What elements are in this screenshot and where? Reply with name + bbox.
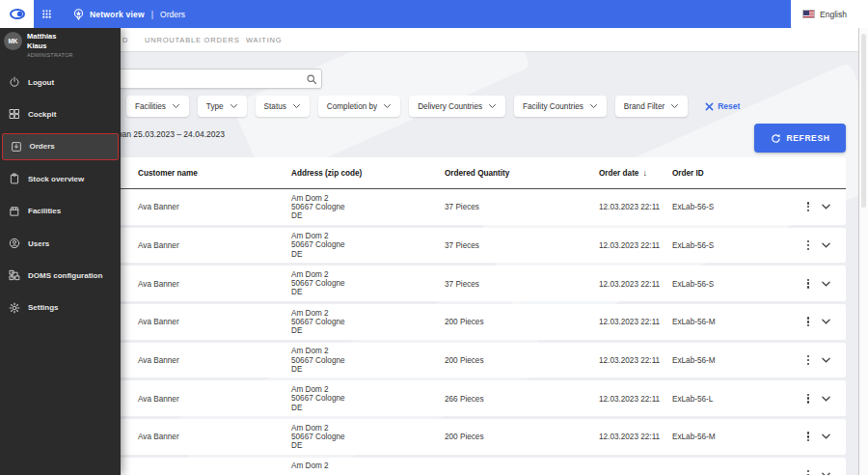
customer-name-cell: Ava Banner bbox=[138, 279, 179, 288]
filter-chip-type[interactable]: Type bbox=[198, 96, 247, 117]
row-actions-kebab-icon[interactable] bbox=[803, 277, 813, 291]
breadcrumb: Network view | Orders bbox=[72, 0, 185, 28]
ordered-quantity-cell: 200 Pieces bbox=[445, 356, 484, 365]
reset-filters-button[interactable]: Reset bbox=[705, 101, 740, 111]
table-row[interactable]: Ava BannerAm Dom 250667 CologneDE200 Pie… bbox=[121, 343, 846, 378]
table-row[interactable]: Ava BannerAm Dom 250667 CologneDE200 Pie… bbox=[121, 304, 846, 340]
order-id-cell: ExLab-56-M bbox=[672, 433, 716, 441]
sidebar-item-logout[interactable]: Logout bbox=[0, 69, 121, 96]
customer-name-cell: Ava Banner bbox=[138, 433, 179, 441]
table-row[interactable]: Ava BannerAm Dom 250667 CologneDE37 Piec… bbox=[121, 228, 846, 264]
tab-waiting[interactable]: WAITING bbox=[246, 28, 282, 52]
row-expand-chevron-icon[interactable] bbox=[821, 433, 831, 441]
sidebar-item-label: Users bbox=[28, 239, 49, 248]
ordered-quantity-cell: 200 Pieces bbox=[445, 318, 484, 326]
row-actions-kebab-icon[interactable] bbox=[803, 468, 813, 475]
order-date-cell: 12.03.2023 22:11 bbox=[599, 203, 660, 211]
ordered-quantity-cell: 200 Pieces bbox=[445, 433, 484, 441]
chevron-down-icon bbox=[230, 102, 238, 110]
orders-page: FacilitiesTypeStatusCompletion byDeliver… bbox=[0, 0, 868, 475]
table-row[interactable]: Am Dom 2 bbox=[121, 458, 846, 475]
language-label: English bbox=[820, 10, 847, 19]
column-header-order-id[interactable]: Order ID bbox=[672, 169, 704, 178]
row-expand-chevron-icon[interactable] bbox=[821, 356, 831, 365]
order-id-cell: ExLab-56-L bbox=[672, 394, 713, 403]
ordered-quantity-cell: 37 Pieces bbox=[445, 203, 479, 211]
filter-chip-row: FacilitiesTypeStatusCompletion byDeliver… bbox=[121, 96, 740, 117]
language-selector[interactable]: English bbox=[802, 0, 847, 28]
chevron-down-icon bbox=[383, 102, 392, 110]
sidebar-item-label: Orders bbox=[30, 142, 55, 151]
order-id-cell: ExLab-56-S bbox=[672, 279, 714, 288]
row-actions-kebab-icon[interactable] bbox=[803, 315, 813, 328]
close-icon bbox=[705, 102, 714, 111]
refresh-button[interactable]: REFRESH bbox=[754, 124, 846, 153]
tab-d[interactable]: D bbox=[122, 28, 128, 52]
column-header-order-date[interactable]: Order date↓ bbox=[599, 168, 647, 178]
order-id-cell: ExLab-56-S bbox=[672, 240, 714, 249]
us-flag-icon bbox=[802, 10, 815, 18]
row-expand-chevron-icon[interactable] bbox=[821, 240, 831, 249]
vertical-scrollbar[interactable] bbox=[858, 28, 868, 475]
sidebar-item-label: DOMS configuration bbox=[28, 271, 102, 280]
row-expand-chevron-icon[interactable] bbox=[821, 203, 831, 211]
chevron-down-icon bbox=[292, 102, 301, 110]
address-cell: Am Dom 250667 CologneDE bbox=[291, 194, 345, 221]
page-title: Orders bbox=[160, 10, 185, 19]
filter-chip-facility-countries[interactable]: Facility Countries bbox=[514, 96, 607, 117]
sidebar-item-cockpit[interactable]: Cockpit bbox=[0, 100, 121, 127]
orders-table: Customer name Address (zip code) Ordered… bbox=[121, 157, 846, 475]
user-role: ADMINISTRATOR bbox=[27, 52, 73, 58]
search-box[interactable] bbox=[121, 69, 322, 89]
sidebar-item-orders[interactable]: Orders bbox=[2, 133, 119, 160]
row-expand-chevron-icon[interactable] bbox=[821, 279, 831, 288]
row-actions-kebab-icon[interactable] bbox=[803, 353, 813, 367]
hierarchy-icon bbox=[9, 269, 20, 281]
column-header-ordered-quantity[interactable]: Ordered Quantity bbox=[445, 169, 509, 178]
filter-chip-label: Facility Countries bbox=[523, 102, 583, 111]
scrollbar-thumb[interactable] bbox=[861, 34, 866, 208]
clipboard-icon bbox=[9, 173, 20, 184]
filter-chip-completion-by[interactable]: Completion by bbox=[318, 96, 400, 117]
sort-descending-icon[interactable]: ↓ bbox=[642, 168, 647, 178]
sidebar-item-facilities[interactable]: Facilities bbox=[0, 198, 121, 225]
filter-chip-status[interactable]: Status bbox=[256, 96, 310, 117]
row-expand-chevron-icon[interactable] bbox=[821, 394, 831, 403]
dashboard-icon bbox=[9, 108, 20, 120]
table-row[interactable]: Ava BannerAm Dom 250667 CologneDE266 Pie… bbox=[121, 380, 846, 416]
filter-chip-delivery-countries[interactable]: Delivery Countries bbox=[409, 96, 505, 117]
address-cell: Am Dom 250667 CologneDE bbox=[291, 309, 345, 336]
table-header-row: Customer name Address (zip code) Ordered… bbox=[121, 157, 846, 189]
tab-unroutable-orders[interactable]: UNROUTABLE ORDERS bbox=[145, 28, 239, 52]
refresh-label: REFRESH bbox=[787, 133, 830, 143]
sidebar-item-users[interactable]: Users bbox=[0, 230, 121, 257]
sidebar-item-label: Facilities bbox=[28, 207, 61, 215]
search-icon[interactable] bbox=[302, 73, 321, 85]
search-input[interactable] bbox=[121, 74, 302, 84]
sidebar-item-doms-configuration[interactable]: DOMS configuration bbox=[0, 262, 121, 289]
table-row[interactable]: Ava BannerAm Dom 250667 CologneDE37 Piec… bbox=[121, 265, 846, 301]
logo-icon bbox=[7, 7, 28, 21]
refresh-icon bbox=[771, 133, 781, 144]
row-actions-kebab-icon[interactable] bbox=[803, 200, 813, 213]
row-expand-chevron-icon[interactable] bbox=[821, 318, 831, 326]
customer-name-cell: Ava Banner bbox=[138, 203, 179, 211]
table-row[interactable]: Ava BannerAm Dom 250667 CologneDE200 Pie… bbox=[121, 419, 846, 455]
filter-chip-facilities[interactable]: Facilities bbox=[126, 96, 189, 117]
sidebar-item-stock-overview[interactable]: Stock overview bbox=[0, 165, 121, 192]
order-date-cell: 12.03.2023 22:11 bbox=[599, 356, 660, 365]
apps-grid-icon[interactable] bbox=[39, 0, 54, 28]
filter-chip-brand-filter[interactable]: Brand Filter bbox=[615, 96, 688, 117]
address-cell: Am Dom 250667 CologneDE bbox=[291, 424, 345, 451]
column-header-customer-name[interactable]: Customer name bbox=[138, 169, 198, 178]
row-actions-kebab-icon[interactable] bbox=[803, 238, 813, 252]
column-header-address[interactable]: Address (zip code) bbox=[291, 169, 362, 178]
order-date-cell: 12.03.2023 22:11 bbox=[599, 433, 660, 441]
order-date-cell: 12.03.2023 22:11 bbox=[599, 394, 660, 403]
table-row[interactable]: Ava BannerAm Dom 250667 CologneDE37 Piec… bbox=[121, 189, 846, 225]
row-expand-chevron-icon[interactable] bbox=[821, 471, 831, 475]
row-actions-kebab-icon[interactable] bbox=[803, 392, 813, 405]
sidebar-item-settings[interactable]: Settings bbox=[0, 294, 121, 321]
orders-tab-bar: DUNROUTABLE ORDERSWAITING bbox=[121, 28, 868, 52]
row-actions-kebab-icon[interactable] bbox=[803, 430, 813, 443]
